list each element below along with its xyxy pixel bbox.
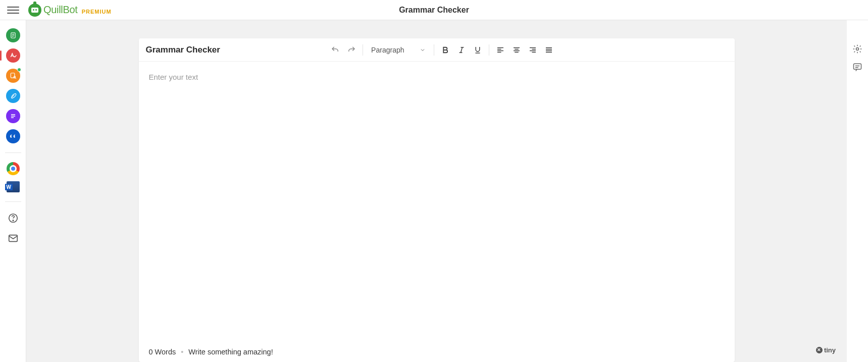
sidebar-item-plagiarism[interactable]	[6, 69, 20, 83]
editor-toolbar: Paragraph	[328, 43, 727, 57]
underline-button[interactable]	[471, 43, 485, 57]
right-rail	[847, 20, 868, 362]
sidebar-item-citation[interactable]	[6, 129, 20, 143]
editor-footer: 0 Words • Write something amazing!	[139, 342, 735, 362]
brand-name: QuillBot	[43, 4, 78, 16]
quote-icon	[9, 132, 17, 140]
editor-title: Grammar Checker	[146, 45, 220, 55]
chrome-icon	[7, 162, 20, 175]
powered-by-tiny[interactable]: ✕ tiny	[816, 346, 836, 354]
notification-dot-icon	[17, 68, 21, 72]
feather-icon	[10, 92, 17, 99]
sidebar-item-cowriter[interactable]	[6, 89, 20, 103]
editor-card: Grammar Checker Paragraph	[139, 38, 735, 362]
sidebar-item-word-ext[interactable]: W	[7, 181, 20, 192]
sidebar-divider	[5, 152, 21, 153]
word-icon: W	[7, 181, 20, 192]
comment-icon	[852, 62, 862, 72]
bold-button[interactable]	[438, 43, 452, 57]
sidebar-divider	[5, 201, 21, 202]
italic-button[interactable]	[454, 43, 469, 57]
svg-rect-7	[854, 64, 861, 69]
sidebar: W	[0, 20, 26, 362]
align-justify-icon	[544, 45, 553, 55]
gear-icon	[852, 44, 862, 54]
align-right-button[interactable]	[526, 43, 540, 57]
comments-button[interactable]	[852, 62, 863, 73]
footer-cta: Write something amazing!	[188, 348, 273, 356]
word-count: 0 Words	[149, 348, 176, 356]
undo-button[interactable]	[328, 43, 342, 57]
document-icon	[10, 32, 17, 39]
svg-point-4	[13, 220, 13, 221]
content-area: Grammar Checker Paragraph	[26, 20, 847, 362]
toolbar-divider	[363, 44, 363, 56]
bold-icon	[441, 45, 450, 55]
redo-button[interactable]	[344, 43, 359, 57]
align-left-icon	[496, 45, 505, 55]
toolbar-divider	[489, 44, 489, 56]
format-select[interactable]: Paragraph	[367, 43, 429, 57]
svg-point-6	[856, 48, 859, 50]
mail-icon	[8, 233, 19, 244]
align-justify-button[interactable]	[542, 43, 556, 57]
sidebar-item-chrome-ext[interactable]	[7, 162, 20, 175]
editor-textarea[interactable]: Enter your text	[139, 62, 735, 342]
help-icon	[8, 213, 19, 224]
settings-button[interactable]	[852, 43, 863, 55]
underline-icon	[473, 45, 482, 55]
editor-placeholder: Enter your text	[149, 73, 198, 81]
align-left-button[interactable]	[493, 43, 507, 57]
undo-icon	[331, 45, 340, 55]
premium-badge: PREMIUM	[82, 9, 112, 15]
dot-separator: •	[181, 348, 183, 356]
sidebar-item-grammar-checker[interactable]	[6, 48, 20, 63]
brand-logo-icon	[28, 4, 41, 17]
redo-icon	[347, 45, 356, 55]
chevron-down-icon	[420, 47, 426, 53]
check-letter-icon	[10, 52, 17, 59]
brand-logo[interactable]: QuillBot PREMIUM	[28, 4, 112, 17]
page-search-icon	[10, 72, 17, 79]
sidebar-item-feedback[interactable]	[6, 231, 20, 245]
toolbar-divider	[434, 44, 434, 56]
format-select-label: Paragraph	[371, 46, 404, 54]
align-right-icon	[528, 45, 537, 55]
sidebar-item-paraphraser[interactable]	[6, 28, 20, 42]
align-center-icon	[512, 45, 521, 55]
page-title: Grammar Checker	[399, 6, 469, 15]
lines-icon	[10, 113, 17, 120]
align-center-button[interactable]	[509, 43, 524, 57]
tiny-label: tiny	[824, 346, 836, 354]
sidebar-item-help[interactable]	[6, 211, 20, 225]
menu-toggle-button[interactable]	[7, 4, 19, 16]
svg-rect-1	[11, 73, 15, 78]
active-indicator	[0, 50, 2, 61]
tiny-logo-icon: ✕	[816, 347, 823, 353]
sidebar-item-summarizer[interactable]	[6, 109, 20, 123]
italic-icon	[457, 45, 466, 55]
